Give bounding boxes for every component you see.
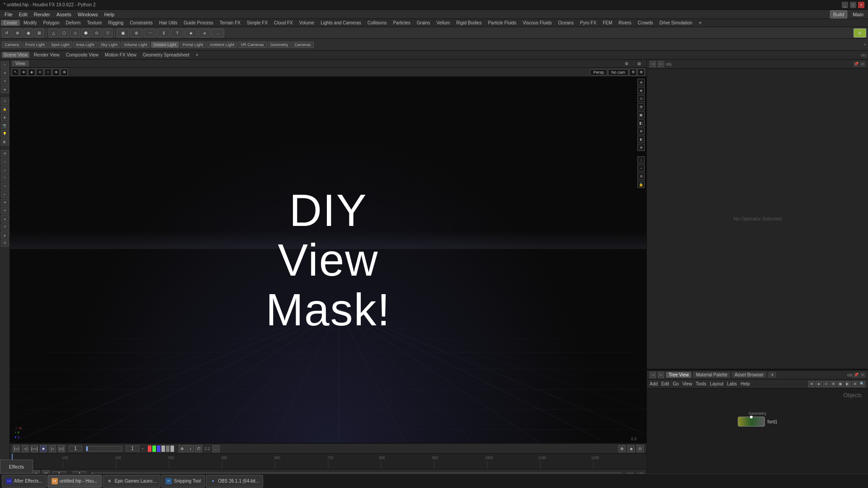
frame-input[interactable] bbox=[69, 446, 82, 451]
tl-fps[interactable]: ⏱ bbox=[195, 445, 202, 452]
lt-spot[interactable]: Spot Light bbox=[48, 42, 72, 48]
ctx-tab-drive[interactable]: Drive Simulation bbox=[657, 20, 695, 26]
tb-btn-lsys[interactable]: ⊻ bbox=[157, 28, 170, 38]
ls-scene-icon[interactable]: ● bbox=[1, 215, 9, 222]
lt-distant[interactable]: Distant Light bbox=[151, 42, 179, 48]
ctx-tab-terrain[interactable]: Terrain FX bbox=[217, 20, 243, 26]
ng-menu-layout[interactable]: Layout bbox=[710, 381, 723, 386]
ng-menu-edit[interactable]: Edit bbox=[661, 381, 669, 386]
effects-tab[interactable]: Effects bbox=[0, 460, 33, 474]
vp-rc-3[interactable]: ⊙ bbox=[637, 95, 645, 102]
ng-close[interactable]: × bbox=[860, 372, 865, 378]
rp-fwd-btn[interactable]: ▷ bbox=[658, 61, 664, 67]
lt-cameras[interactable]: Cameras bbox=[292, 42, 314, 48]
taskbar-houdini[interactable]: H untitled.hip - Hou... bbox=[47, 475, 102, 488]
lt-sky[interactable]: Sky Light bbox=[98, 42, 120, 48]
vp-cam-btn[interactable]: No cam bbox=[608, 69, 628, 75]
vp-rc-5[interactable]: ▣ bbox=[637, 111, 645, 118]
ls-light-icon[interactable]: 💡 bbox=[1, 130, 9, 137]
ctx-tab-add[interactable]: + bbox=[696, 19, 704, 27]
ng-tab-material[interactable]: Material Palette bbox=[693, 372, 730, 378]
ng-menu-labs[interactable]: Labs bbox=[727, 381, 737, 386]
ng-tb-6[interactable]: ◧ bbox=[844, 381, 851, 387]
ctx-tab-crowds[interactable]: Crowds bbox=[635, 20, 656, 26]
ctx-tab-texture[interactable]: Texture bbox=[84, 20, 104, 26]
ctx-tab-viscous[interactable]: Viscous Fluids bbox=[520, 20, 554, 26]
ng-tb-3[interactable]: ⊙ bbox=[823, 381, 829, 387]
vp-tb-5[interactable]: □ bbox=[44, 69, 52, 76]
tl-skip-start[interactable]: |◁ bbox=[13, 445, 20, 452]
tb-btn-3[interactable]: ◉ bbox=[24, 28, 33, 38]
vp-rc-11[interactable]: ↔ bbox=[637, 164, 645, 172]
vp-rc-1[interactable]: ⊕ bbox=[637, 79, 645, 86]
ctx-tab-rivers[interactable]: Rivers bbox=[616, 20, 634, 26]
ls-obj-icon[interactable]: ◇ bbox=[1, 158, 9, 165]
ng-tab-add[interactable]: + bbox=[768, 372, 776, 378]
stb-render[interactable]: Render View bbox=[32, 52, 61, 58]
menu-render[interactable]: Render bbox=[31, 11, 53, 18]
tb-btn-10[interactable]: ▽ bbox=[103, 28, 113, 38]
menu-windows[interactable]: Windows bbox=[75, 11, 101, 18]
vp-rc-6[interactable]: ◧ bbox=[637, 119, 645, 127]
stb-composite[interactable]: Composite View bbox=[64, 52, 100, 58]
ng-tab-asset[interactable]: Asset Browser bbox=[732, 372, 766, 378]
ng-tab-tree[interactable]: Tree View bbox=[666, 372, 691, 378]
ls-pt-icon[interactable]: ▽ bbox=[1, 174, 9, 182]
ls-stop-icon[interactable]: ▲ bbox=[1, 231, 9, 239]
ls-norm-icon[interactable]: △ bbox=[1, 166, 9, 174]
vp-persp-btn[interactable]: Persp bbox=[590, 69, 607, 75]
tl-key[interactable]: ⊕ bbox=[179, 445, 186, 452]
lt-vr[interactable]: VR Cameras bbox=[238, 42, 267, 48]
menu-main[interactable]: Build bbox=[830, 10, 847, 19]
taskbar-snipping[interactable]: ✂ Snipping Tool bbox=[161, 475, 205, 488]
tb-btn-8[interactable]: ⬣ bbox=[81, 28, 91, 38]
tl-prev-frame[interactable]: ◁ bbox=[22, 445, 29, 452]
ctx-tab-polygon[interactable]: Polygon bbox=[40, 20, 62, 26]
vp-settings-icon[interactable]: ⚙ bbox=[629, 69, 637, 76]
tb-btn-nurbs[interactable]: ⌀ bbox=[198, 28, 211, 38]
ctx-tab-vellum[interactable]: Vellum bbox=[434, 20, 453, 26]
lt-portal[interactable]: Portal Light bbox=[180, 42, 206, 48]
ctx-tab-pyro[interactable]: Pyro FX bbox=[577, 20, 599, 26]
frame-slider[interactable] bbox=[86, 446, 122, 451]
tl-play-fwd[interactable]: ▷ bbox=[49, 445, 56, 452]
main-dropdown[interactable]: Main bbox=[850, 11, 866, 18]
tb-btn-obj[interactable]: ⊕ bbox=[130, 28, 143, 38]
vp-expand-icon[interactable]: ⊞ bbox=[637, 69, 645, 76]
tl-snap-3[interactable]: ⊙ bbox=[637, 445, 644, 452]
tb-btn-scene[interactable]: ▣ bbox=[117, 28, 129, 38]
ls-cam-icon[interactable]: 📷 bbox=[1, 122, 9, 129]
lt-area[interactable]: Area Light bbox=[73, 42, 97, 48]
tb-btn-1[interactable]: ↺ bbox=[2, 28, 12, 38]
tl-stop[interactable]: ■ bbox=[40, 445, 47, 452]
ctx-tab-grains[interactable]: Grains bbox=[414, 20, 433, 26]
ctx-tab-hair[interactable]: Hair Utils bbox=[156, 20, 180, 26]
tl-aud[interactable]: ♪ bbox=[187, 445, 194, 452]
minimize-button[interactable]: _ bbox=[842, 2, 848, 8]
ng-fwd-btn[interactable]: ▷ bbox=[658, 372, 664, 378]
ctx-tab-oceans[interactable]: Oceans bbox=[556, 20, 576, 26]
tb-btn-font[interactable]: T bbox=[171, 28, 184, 38]
rp-close-btn[interactable]: × bbox=[860, 61, 865, 67]
lt-front[interactable]: Front Light bbox=[23, 42, 47, 48]
ng-tb-zoom[interactable]: 🔍 bbox=[859, 381, 865, 387]
tb-btn-r1[interactable]: ⊕ bbox=[854, 28, 866, 38]
vp-tb-2[interactable]: ⊕ bbox=[20, 69, 27, 76]
tl-snap-2[interactable]: ◈ bbox=[627, 445, 635, 452]
lights-more[interactable]: + bbox=[863, 42, 866, 47]
lt-camera[interactable]: Camera bbox=[2, 42, 22, 48]
ls-prim-icon[interactable]: ⊗ bbox=[1, 199, 9, 206]
lt-ambient[interactable]: Ambient Light bbox=[207, 42, 237, 48]
tl-snap-1[interactable]: ⊕ bbox=[618, 445, 626, 452]
vp-rc-8[interactable]: ◐ bbox=[637, 136, 645, 143]
ls-vis-icon[interactable]: ◐ bbox=[1, 114, 9, 121]
ng-pin[interactable]: 📌 bbox=[854, 372, 859, 378]
ls-wire-icon[interactable]: ◁ bbox=[1, 183, 9, 190]
node-graph-canvas[interactable]: Objects Geometry font1 bbox=[647, 389, 868, 478]
menu-file[interactable]: File bbox=[2, 11, 15, 18]
maximize-button[interactable]: □ bbox=[850, 2, 856, 8]
ls-add-icon[interactable]: ⊕ bbox=[1, 70, 9, 77]
ctx-tab-guide[interactable]: Guide Process bbox=[181, 20, 216, 26]
title-bar-controls[interactable]: _ □ × bbox=[842, 2, 864, 8]
vp-tb-7[interactable]: ⊞ bbox=[61, 69, 68, 76]
